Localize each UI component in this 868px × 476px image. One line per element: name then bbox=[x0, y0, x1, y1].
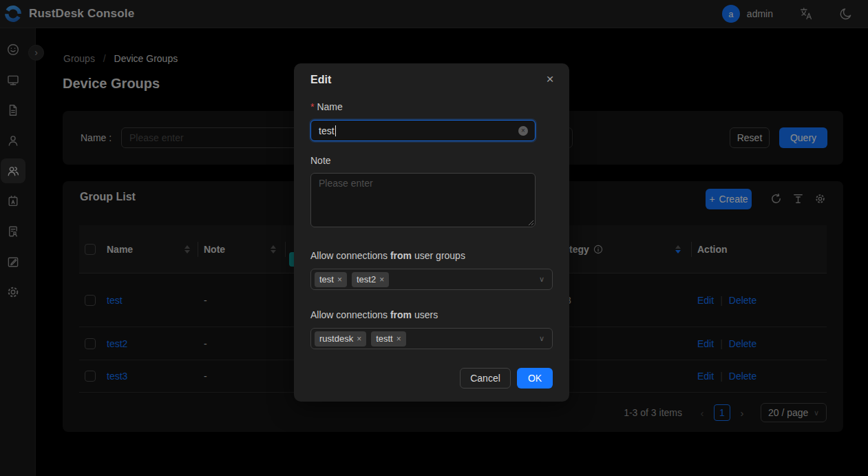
note-textarea[interactable]: Please enter bbox=[310, 173, 536, 227]
note-placeholder: Please enter bbox=[319, 178, 373, 189]
close-icon[interactable]: × bbox=[542, 71, 558, 87]
tag-label: rustdesk bbox=[319, 333, 353, 344]
ok-button[interactable]: OK bbox=[517, 368, 553, 389]
users-select[interactable]: rustdesk × testt × ∨ bbox=[310, 328, 553, 349]
tag-item: test2 × bbox=[352, 272, 389, 287]
tag-label: test2 bbox=[357, 274, 376, 284]
users-label: Allow connections from users bbox=[310, 309, 438, 320]
tag-label: test bbox=[319, 274, 334, 284]
tag-item: rustdesk × bbox=[315, 331, 366, 346]
text-cursor bbox=[335, 125, 336, 136]
clear-input-icon[interactable]: × bbox=[518, 126, 528, 136]
required-asterisk: * bbox=[310, 101, 314, 112]
tag-close-icon[interactable]: × bbox=[357, 334, 361, 344]
tag-close-icon[interactable]: × bbox=[379, 275, 384, 284]
resize-handle[interactable] bbox=[527, 218, 533, 225]
tag-item: testt × bbox=[371, 331, 406, 346]
user-groups-label: Allow connections from user groups bbox=[310, 250, 465, 261]
tag-close-icon[interactable]: × bbox=[396, 334, 401, 344]
tag-label: testt bbox=[376, 333, 393, 344]
name-input[interactable]: test × bbox=[310, 120, 536, 141]
cancel-button[interactable]: Cancel bbox=[460, 368, 511, 389]
name-input-value: test bbox=[319, 125, 335, 136]
rustdesk-console-screen: RustDesk Console a admin bbox=[0, 0, 868, 476]
tag-item: test × bbox=[315, 272, 347, 287]
chevron-down-icon: ∨ bbox=[539, 334, 544, 343]
note-field-label: Note bbox=[310, 155, 331, 166]
tag-close-icon[interactable]: × bbox=[337, 275, 342, 284]
user-groups-select[interactable]: test × test2 × ∨ bbox=[310, 269, 553, 290]
chevron-down-icon: ∨ bbox=[539, 275, 544, 284]
dialog-title: Edit bbox=[310, 74, 331, 86]
edit-dialog: Edit × *Name test × Note Please enter Al… bbox=[294, 63, 569, 402]
name-field-label: *Name bbox=[310, 101, 343, 112]
